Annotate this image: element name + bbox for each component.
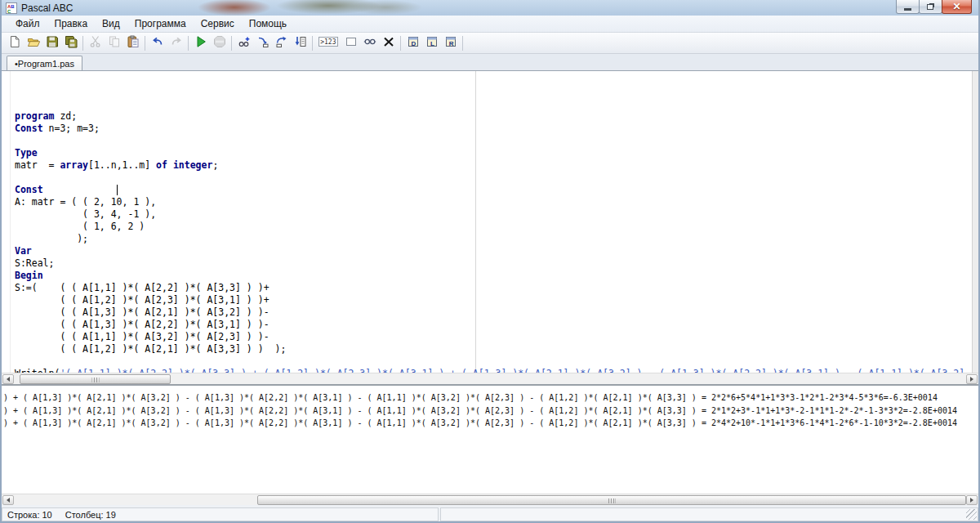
- status-line: Строка: 10: [7, 510, 52, 520]
- resize-grip-icon[interactable]: [966, 509, 977, 520]
- step-over-icon: [275, 35, 288, 51]
- module-l-button[interactable]: L: [422, 34, 441, 52]
- scroll-right-arrow-icon[interactable]: [966, 495, 978, 505]
- stop-icon: [213, 35, 226, 51]
- output-lines: ) + ( A[1,3] )*( A[2,1] )*( A[3,2] ) - (…: [2, 391, 978, 430]
- window-controls: ✕: [897, 0, 972, 14]
- undo-icon: [151, 35, 164, 51]
- tab-bar: •Program1.pas: [2, 54, 978, 71]
- code-editor[interactable]: program zd;Const n=3; m=3; Typematr = ar…: [2, 71, 978, 373]
- menu-item-program[interactable]: Программа: [127, 16, 194, 32]
- output-line: ) + ( A[1,3] )*( A[2,1] )*( A[3,2] ) - (…: [2, 417, 978, 430]
- svg-text:L: L: [430, 39, 434, 47]
- close-file-icon: [382, 35, 395, 51]
- svg-text:>123: >123: [320, 38, 336, 46]
- scroll-grip-icon: [91, 378, 99, 382]
- code-line: Const n=3; m=3;: [2, 123, 972, 135]
- menu-item-help[interactable]: Помощь: [242, 16, 294, 32]
- title-bar[interactable]: ABC Pascal ABC ✕: [2, 0, 978, 16]
- undo-button[interactable]: [148, 34, 167, 52]
- tab-label: •Program1.pas: [15, 59, 74, 69]
- cut-button: [86, 34, 105, 52]
- status-bar: Строка: 10 Столбец: 19: [2, 505, 978, 521]
- code-line: ( ( A[1,3] )*( A[2,1] )*( A[3,2] ) )-: [2, 306, 972, 319]
- new-file-button[interactable]: [5, 34, 24, 52]
- toolbar-separator: [188, 36, 189, 51]
- text-caret: [117, 185, 118, 195]
- save-all-icon: [65, 35, 78, 51]
- add-watch-icon: [238, 35, 251, 51]
- restore-button[interactable]: [919, 0, 942, 14]
- save-all-button[interactable]: [61, 34, 80, 52]
- watch-window-button[interactable]: [360, 34, 379, 52]
- svg-text:R: R: [448, 39, 453, 47]
- run-to-cursor-icon: [294, 35, 307, 51]
- editor-hscrollbar[interactable]: [2, 373, 978, 384]
- paste-button[interactable]: [123, 34, 142, 52]
- menu-item-edit[interactable]: Правка: [47, 16, 96, 32]
- menu-item-service[interactable]: Сервис: [194, 16, 242, 32]
- step-into-button[interactable]: [253, 34, 272, 52]
- output-line: ) + ( A[1,3] )*( A[2,1] )*( A[3,2] ) - (…: [2, 391, 978, 405]
- close-file-button[interactable]: [379, 34, 398, 52]
- status-column: Столбец: 19: [65, 510, 116, 520]
- scroll-right-arrow-icon[interactable]: [966, 374, 978, 384]
- stop-button: [210, 34, 229, 52]
- svg-text:D: D: [411, 39, 416, 47]
- step-into-icon: [256, 35, 270, 51]
- run-button[interactable]: [191, 34, 210, 52]
- module-r-button[interactable]: R: [441, 34, 460, 52]
- menu-item-view[interactable]: Вид: [95, 16, 127, 32]
- scroll-left-arrow-icon[interactable]: [2, 374, 14, 384]
- output-panel[interactable]: ) + ( A[1,3] )*( A[2,1] )*( A[3,2] ) - (…: [2, 384, 978, 494]
- output-hscrollbar[interactable]: [2, 494, 978, 505]
- close-button[interactable]: ✕: [942, 0, 972, 14]
- show-output-button[interactable]: >123: [315, 34, 341, 52]
- add-watch-button[interactable]: [234, 34, 253, 52]
- step-over-button[interactable]: [272, 34, 291, 52]
- status-position-cell: Строка: 10 Столбец: 19: [2, 507, 439, 521]
- code-line: Const: [2, 184, 972, 196]
- toolbar-separator: [145, 36, 145, 51]
- new-window-button[interactable]: [341, 34, 360, 52]
- module-d-icon: D: [407, 35, 420, 51]
- module-r-icon: R: [444, 35, 457, 51]
- open-file-icon: [27, 35, 40, 51]
- scroll-left-arrow-icon[interactable]: [2, 495, 14, 505]
- editor-vscrollbar[interactable]: [972, 71, 978, 373]
- menu-item-file[interactable]: Файл: [8, 16, 47, 32]
- code-line: matr = array[1..n,1..m] of integer;: [2, 159, 972, 172]
- code-line: ( ( A[1,2] )*( A[2,3] )*( A[3,1] ) )+: [2, 294, 972, 306]
- minimize-button[interactable]: [896, 0, 920, 14]
- new-window-icon: [345, 35, 358, 51]
- code-line: Writeln('( A[1,1] )*( A[2,2] )*( A[3,3] …: [2, 368, 972, 373]
- tab-program1[interactable]: •Program1.pas: [7, 56, 82, 70]
- code-line: A: matr = ( ( 2, 10, 1 ),: [2, 196, 972, 208]
- output-line: ) + ( A[1,3] )*( A[2,1] )*( A[3,2] ) - (…: [2, 405, 978, 418]
- toolbar-separator: [462, 36, 463, 51]
- open-file-button[interactable]: [24, 34, 42, 52]
- copy-button: [105, 34, 123, 52]
- code-line: ( ( A[1,1] )*( A[3,2] )*( A[2,3] ) )-: [2, 331, 972, 343]
- redo-button: [167, 34, 185, 52]
- run-icon: [194, 35, 207, 51]
- output-hscroll-thumb[interactable]: [257, 495, 966, 505]
- code-line: [2, 172, 972, 184]
- code-line: ( ( A[1,2] )*( A[2,1] )*( A[3,3] ) ) );: [2, 343, 972, 355]
- code-line: S:=( ( ( A[1,1] )*( A[2,2] )*( A[3,3] ) …: [2, 282, 972, 294]
- module-d-button[interactable]: D: [403, 34, 422, 52]
- module-l-icon: L: [425, 35, 439, 51]
- code-line: S:Real;: [2, 257, 972, 270]
- editor-hscroll-thumb[interactable]: [20, 374, 171, 384]
- code-line: [2, 135, 972, 147]
- code-line: Type: [2, 147, 972, 159]
- cut-icon: [89, 35, 102, 51]
- save-file-button[interactable]: [42, 34, 61, 52]
- toolbar-separator: [400, 36, 401, 51]
- toolbar-separator: [312, 36, 313, 51]
- code-line: [2, 355, 972, 368]
- code-line: ( ( A[1,3] )*( A[2,2] )*( A[3,1] ) )-: [2, 319, 972, 331]
- run-to-cursor-button[interactable]: [291, 34, 310, 52]
- restore-icon: [927, 4, 933, 10]
- save-file-icon: [46, 35, 59, 51]
